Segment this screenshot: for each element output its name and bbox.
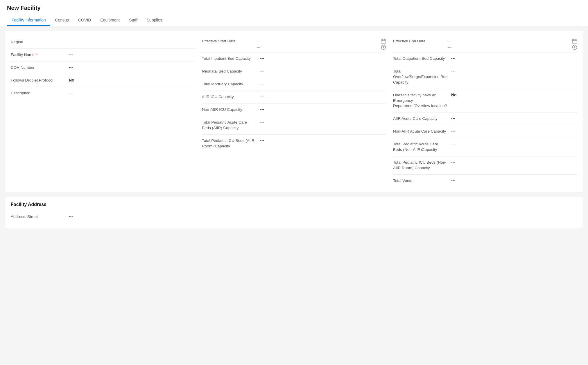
effective-end-time-value: --- <box>448 45 570 50</box>
facility-name-row: Facility Name * --- <box>11 49 195 62</box>
bed-right-row-5: Total Pediatric Acute Care Beds (Non-AII… <box>393 138 577 156</box>
svg-line-6 <box>383 48 384 48</box>
effective-start-date-block: Effective Start Date --- <box>202 36 386 53</box>
bed-right-row-7: Total Vents --- <box>393 175 577 187</box>
bed-right-label-5: Total Pediatric Acute Care Beds (Non-AII… <box>393 142 451 153</box>
bed-right-label-6: Total Pediatric ICU Beds (Non-AIIR Room)… <box>393 160 451 171</box>
bed-left-value-0: --- <box>260 56 386 61</box>
bed-right-label-4: Non-AIIR Acute Care Capacity <box>393 129 451 134</box>
address-street-row: Address: Street --- <box>11 211 577 223</box>
bed-right-row-2: Does this facility have an Emergency Dep… <box>393 89 577 113</box>
tab-nav: Facility Information Census COVID Equipm… <box>7 15 581 26</box>
bed-right-row-4: Non-AIIR Acute Care Capacity --- <box>393 125 577 138</box>
follows-droplet-label: Follows Droplet Protocol <box>11 78 69 83</box>
bed-left-value-2: --- <box>260 82 386 86</box>
facility-address-card: Facility Address Address: Street --- <box>5 197 583 228</box>
bed-right-label-2: Does this facility have an Emergency Dep… <box>393 93 451 109</box>
follows-droplet-value: No <box>69 78 195 82</box>
bed-right-row-6: Total Pediatric ICU Beds (Non-AIIR Room)… <box>393 156 577 175</box>
bed-left-label-1: Neonatal Bed Capacity <box>202 69 260 74</box>
main-content: Region --- Facility Name * --- DOH Numbe… <box>0 26 588 238</box>
region-label: Region <box>11 39 69 45</box>
svg-rect-0 <box>381 39 386 43</box>
bed-left-label-5: Total Pediatric Acute Care Beds (AIIR) C… <box>202 120 260 131</box>
facility-name-value: --- <box>69 52 195 57</box>
bed-left-row-6: Total Pediatric ICU Beds (AIIR Room) Cap… <box>202 135 386 153</box>
bed-right-value-1: --- <box>451 69 577 73</box>
bed-left-row-0: Total Inpatient Bed Capacity --- <box>202 53 386 65</box>
tab-facility-information[interactable]: Facility Information <box>7 15 50 26</box>
description-value: --- <box>69 91 195 95</box>
tab-staff[interactable]: Staff <box>124 15 142 26</box>
effective-end-date-row: Effective End Date --- <box>393 38 577 44</box>
effective-start-date-row: Effective Start Date --- <box>202 38 386 44</box>
effective-start-time-clock-icon[interactable] <box>381 45 386 50</box>
bed-capacity-right-section: Total Outpatient Bed Capacity --- Total … <box>393 53 577 187</box>
bed-left-row-4: Non-AIIR ICU Capacity --- <box>202 104 386 116</box>
effective-end-date-block: Effective End Date --- <box>393 36 577 53</box>
bed-left-label-6: Total Pediatric ICU Beds (AIIR Room) Cap… <box>202 138 260 149</box>
bed-right-value-3: --- <box>451 116 577 121</box>
bed-left-value-5: --- <box>260 120 386 124</box>
bed-right-value-7: --- <box>451 178 577 183</box>
bed-capacity-left-section: Total Inpatient Bed Capacity --- Neonata… <box>202 53 386 153</box>
bed-right-label-7: Total Vents <box>393 178 451 184</box>
effective-start-time-row: --- <box>202 44 386 50</box>
bed-right-value-5: --- <box>451 142 577 146</box>
doh-number-row: DOH Number --- <box>11 62 195 74</box>
middle-section: Effective Start Date --- <box>202 36 386 187</box>
tab-census[interactable]: Census <box>50 15 73 26</box>
bed-left-row-3: AIIR ICU Capacity --- <box>202 91 386 104</box>
basic-info-section: Region --- Facility Name * --- DOH Numbe… <box>11 36 195 187</box>
svg-line-13 <box>575 48 576 48</box>
effective-end-date-calendar-icon[interactable] <box>572 38 577 44</box>
bed-left-row-5: Total Pediatric Acute Care Beds (AIIR) C… <box>202 116 386 135</box>
bed-left-row-2: Total Mortuary Capacity --- <box>202 78 386 91</box>
bed-left-label-2: Total Mortuary Capacity <box>202 82 260 87</box>
facility-info-card: Region --- Facility Name * --- DOH Numbe… <box>5 31 583 192</box>
tab-supplies[interactable]: Supplies <box>142 15 167 26</box>
bed-left-label-3: AIIR ICU Capacity <box>202 94 260 100</box>
address-street-label: Address: Street <box>11 214 69 220</box>
tab-equipment[interactable]: Equipment <box>96 15 124 26</box>
bed-left-row-1: Neonatal Bed Capacity --- <box>202 65 386 78</box>
effective-end-time-row: --- <box>393 44 577 50</box>
bed-right-value-0: --- <box>451 56 577 61</box>
bed-right-row-0: Total Outpatient Bed Capacity --- <box>393 53 577 65</box>
required-indicator: * <box>35 53 38 57</box>
address-street-value: --- <box>69 214 577 219</box>
bed-right-value-6: --- <box>451 160 577 165</box>
effective-start-date-value: --- <box>257 39 379 43</box>
page-header: New Facility Facility Information Census… <box>0 0 588 26</box>
effective-end-date-value: --- <box>448 39 570 43</box>
effective-end-time-clock-icon[interactable] <box>572 45 577 50</box>
tab-covid[interactable]: COVID <box>74 15 96 26</box>
bed-left-label-4: Non-AIIR ICU Capacity <box>202 107 260 113</box>
bed-right-label-1: Total Overflow/Surge/Expansion Bed Capac… <box>393 69 451 85</box>
bed-right-label-0: Total Outpatient Bed Capacity <box>393 56 451 62</box>
bed-left-value-4: --- <box>260 107 386 112</box>
bed-right-value-4: --- <box>451 129 577 133</box>
bed-left-value-3: --- <box>260 94 386 99</box>
page-title: New Facility <box>7 5 581 11</box>
doh-number-value: --- <box>69 65 195 70</box>
description-row: Description --- <box>11 87 195 100</box>
region-value: --- <box>69 39 195 44</box>
facility-name-label: Facility Name * <box>11 52 69 58</box>
doh-number-label: DOH Number <box>11 65 69 71</box>
effective-start-date-calendar-icon[interactable] <box>381 38 386 44</box>
facility-address-title: Facility Address <box>11 202 577 207</box>
bed-left-value-1: --- <box>260 69 386 73</box>
effective-end-date-label: Effective End Date <box>393 39 445 43</box>
effective-start-date-label: Effective Start Date <box>202 39 254 43</box>
bed-left-value-6: --- <box>260 138 386 143</box>
region-row: Region --- <box>11 36 195 49</box>
bed-right-value-2: No <box>451 93 577 97</box>
svg-rect-7 <box>572 39 577 43</box>
bed-left-label-0: Total Inpatient Bed Capacity <box>202 56 260 62</box>
right-section: Effective End Date --- <box>393 36 577 187</box>
bed-right-row-3: AIIR Acute Care Capacity --- <box>393 113 577 125</box>
bed-right-label-3: AIIR Acute Care Capacity <box>393 116 451 122</box>
bed-right-row-1: Total Overflow/Surge/Expansion Bed Capac… <box>393 65 577 89</box>
follows-droplet-row: Follows Droplet Protocol No <box>11 74 195 87</box>
